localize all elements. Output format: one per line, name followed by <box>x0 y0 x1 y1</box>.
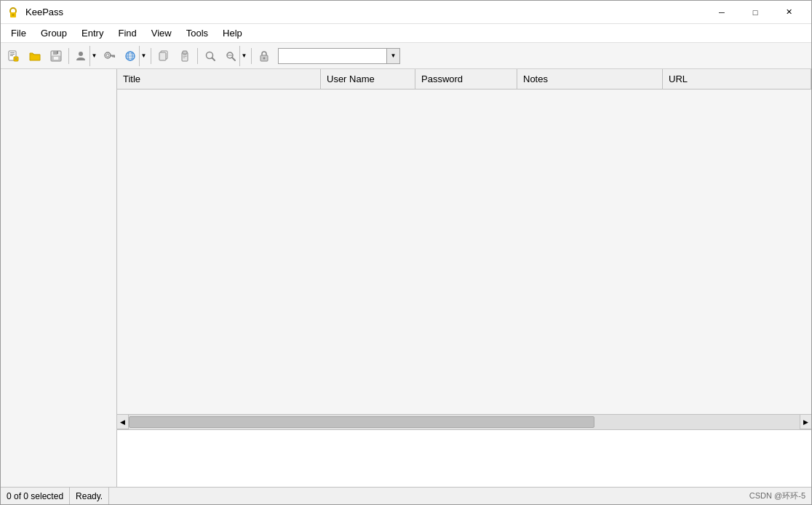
search-dropdown-button[interactable]: ▼ <box>387 48 400 64</box>
menu-file[interactable]: File <box>4 25 33 41</box>
watermark: CSDN @环环-5 <box>744 490 811 501</box>
preview-panel <box>117 429 811 487</box>
horizontal-scrollbar[interactable]: ◀ ▶ <box>117 414 811 429</box>
ready-status: Ready. <box>70 488 109 504</box>
menu-entry[interactable]: Entry <box>74 25 111 41</box>
toolbar-sep-2 <box>151 48 151 64</box>
svg-point-15 <box>79 52 83 56</box>
svg-rect-4 <box>10 52 15 53</box>
app-title: KeePass <box>25 7 63 17</box>
svg-rect-29 <box>183 51 187 54</box>
scroll-left-button[interactable]: ◀ <box>117 415 129 429</box>
svg-rect-9 <box>15 58 17 59</box>
menu-view[interactable]: View <box>144 25 179 41</box>
sync-icon <box>122 46 139 66</box>
find-options-icon <box>222 46 239 66</box>
groups-panel[interactable] <box>1 69 117 487</box>
main-content: Title User Name Password Notes URL ◀ ▶ <box>1 69 811 487</box>
maximize-button[interactable]: □ <box>739 1 772 24</box>
db-settings-dropdown-arrow: ▼ <box>89 46 98 66</box>
change-master-key-button[interactable] <box>100 46 120 66</box>
paste-entry-button[interactable] <box>175 46 195 66</box>
svg-rect-12 <box>57 51 58 54</box>
new-db-button[interactable] <box>4 46 24 66</box>
title-bar: KeePass ─ □ ✕ <box>1 1 811 24</box>
svg-rect-6 <box>10 55 13 56</box>
toolbar: ▼ ▼ <box>1 43 811 69</box>
table-body[interactable] <box>117 90 811 414</box>
lock-workspace-button[interactable] <box>254 46 274 66</box>
find-button[interactable] <box>200 46 220 66</box>
svg-rect-19 <box>114 56 115 57</box>
table-header: Title User Name Password Notes URL <box>117 69 811 90</box>
toolbar-sep-3 <box>197 48 198 64</box>
status-bar: 0 of 0 selected Ready. CSDN @环环-5 <box>1 487 811 504</box>
find-options-dropdown-arrow: ▼ <box>239 46 248 66</box>
svg-rect-32 <box>183 57 186 58</box>
menu-bar: File Group Entry Find View Tools Help <box>1 24 811 43</box>
entries-panel: Title User Name Password Notes URL ◀ ▶ <box>117 69 811 487</box>
title-bar-controls: ─ □ ✕ <box>705 1 805 24</box>
col-title[interactable]: Title <box>117 69 321 89</box>
col-password[interactable]: Password <box>415 69 517 89</box>
entries-table: Title User Name Password Notes URL <box>117 69 811 414</box>
svg-rect-20 <box>112 56 114 57</box>
svg-line-34 <box>212 57 215 60</box>
db-settings-icon <box>72 46 89 66</box>
toolbar-sep-1 <box>68 48 69 64</box>
title-bar-left: KeePass <box>7 6 63 19</box>
find-options-button[interactable]: ▼ <box>221 46 249 66</box>
svg-rect-5 <box>10 54 15 55</box>
selection-status: 0 of 0 selected <box>1 488 70 504</box>
menu-help[interactable]: Help <box>215 25 250 41</box>
toolbar-search: ▼ <box>278 48 400 64</box>
svg-point-16 <box>105 52 111 58</box>
svg-point-17 <box>106 54 109 57</box>
col-notes[interactable]: Notes <box>517 69 663 89</box>
svg-rect-31 <box>183 56 187 57</box>
col-username[interactable]: User Name <box>321 69 415 89</box>
svg-rect-2 <box>12 14 15 16</box>
scroll-thumb[interactable] <box>129 416 594 428</box>
scroll-track[interactable] <box>129 415 800 429</box>
svg-point-39 <box>263 57 266 59</box>
scroll-right-button[interactable]: ▶ <box>800 415 811 429</box>
svg-rect-27 <box>159 52 166 60</box>
sync-dropdown-arrow: ▼ <box>139 46 148 66</box>
sync-button[interactable]: ▼ <box>121 46 148 66</box>
svg-rect-14 <box>54 57 58 60</box>
copy-entry-button[interactable] <box>154 46 174 66</box>
col-url[interactable]: URL <box>663 69 811 89</box>
db-settings-button[interactable]: ▼ <box>71 46 99 66</box>
minimize-button[interactable]: ─ <box>705 1 739 24</box>
menu-find[interactable]: Find <box>111 25 143 41</box>
svg-line-36 <box>232 57 235 60</box>
svg-rect-30 <box>183 55 187 55</box>
close-button[interactable]: ✕ <box>772 1 805 24</box>
search-input[interactable] <box>278 48 387 64</box>
app-icon <box>7 6 20 19</box>
save-db-button[interactable] <box>46 46 66 66</box>
menu-tools[interactable]: Tools <box>179 25 215 41</box>
menu-group[interactable]: Group <box>33 25 74 41</box>
toolbar-sep-4 <box>251 48 252 64</box>
open-db-button[interactable] <box>25 46 45 66</box>
